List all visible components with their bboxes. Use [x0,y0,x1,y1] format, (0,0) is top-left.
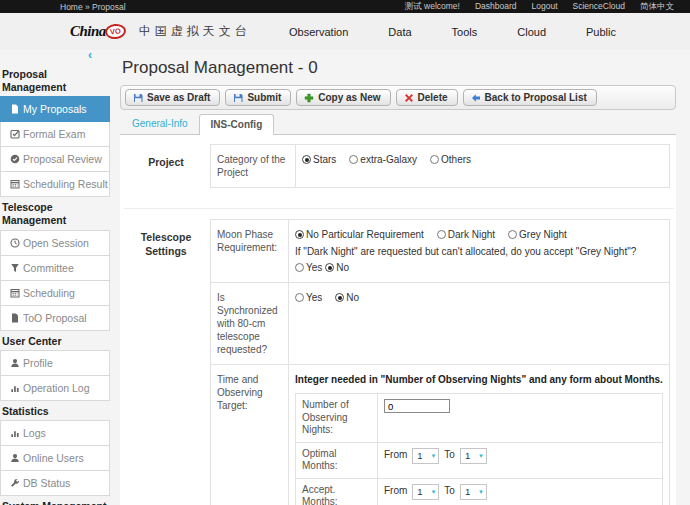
optimal-to-select[interactable]: 1▼ [460,448,487,464]
nav-public[interactable]: Public [586,26,616,38]
dashboard-link[interactable]: Dashboard [475,1,517,13]
sidebar-item-scheduling[interactable]: Scheduling [0,280,110,306]
funnel-icon [10,263,20,273]
user-icon [10,358,20,368]
time-target-instruction: Integer needed in "Number of Observing N… [295,373,663,386]
sidebar-section-telescope-management: Telescope Management [0,197,80,230]
optimal-months-label: Optimal Months: [296,442,378,478]
radio-stars[interactable]: Stars [302,153,336,166]
chevron-down-icon: ▼ [478,489,484,495]
sidebar-item-open-session[interactable]: Open Session [0,230,110,256]
radio-grey-accept-no[interactable]: No [325,261,349,274]
sidebar-section-user-center: User Center [0,331,118,351]
project-section-label: Project [122,144,210,188]
save-icon [133,93,143,103]
welcome-user: 测试 welcome! [405,1,460,13]
main-nav: Observation Data Tools Cloud Public [289,26,616,38]
nights-input[interactable] [384,399,450,413]
optimal-months-controls: From 1▼ To 1▼ [384,448,656,464]
chevron-down-icon: ▼ [430,453,436,459]
plus-icon [304,93,314,103]
sidebar-item-db-status[interactable]: DB Status [0,470,110,496]
radio-circle-icon [508,230,517,239]
radio-grey-accept-yes[interactable]: Yes [295,261,322,274]
page-title: Proposal Management - 0 [122,58,676,78]
breadcrumb[interactable]: Home » Proposal [60,2,126,12]
category-radio-group: Stars extra-Galaxy Others [302,153,663,166]
user-icon [10,453,20,463]
sidebar-section-proposal-management: Proposal Management [0,64,118,97]
nights-row: Number of Observing Nights: [296,394,663,443]
sidebar-item-proposal-review[interactable]: Proposal Review [0,146,110,172]
accept-months-row: Accept. Months: From 1▼ To 1▼ [296,478,663,505]
radio-circle-icon [295,263,304,272]
sidebar-item-online-users[interactable]: Online Users [0,445,110,471]
clock-icon [10,238,20,248]
category-label: Category of the Project [211,145,296,188]
tab-ins-config[interactable]: INS-Config [199,114,275,135]
optimal-from-select[interactable]: 1▼ [412,448,439,464]
sidebar-item-too-proposal[interactable]: ToO Proposal [0,305,110,331]
accept-to-select[interactable]: 1▼ [460,484,487,500]
moon-phase-radio-group: No Particular Requirement Dark Night Gre… [295,228,663,241]
nav-tools[interactable]: Tools [452,26,478,38]
radio-grey-night[interactable]: Grey Night [508,228,567,241]
save-icon [233,93,243,103]
nights-label: Number of Observing Nights: [296,394,378,443]
copy-as-new-button[interactable]: Copy as New [296,89,390,106]
telescope-settings-section: Telescope Settings Moon Phase Requiremen… [122,219,676,505]
save-as-draft-button[interactable]: Save as Draft [125,89,220,106]
tab-general-info[interactable]: General-Info [121,114,199,134]
chinavo-logo[interactable]: ChinaVO 中国虚拟天文台 [70,23,251,40]
check-square-icon [10,129,20,139]
sidebar-item-committee[interactable]: Committee [0,255,110,281]
delete-icon [404,93,414,103]
grey-night-question: If "Dark Night" are requested but can't … [295,245,663,274]
radio-no-particular-requirement[interactable]: No Particular Requirement [295,228,424,241]
telescope-settings-label: Telescope Settings [122,219,210,505]
moon-phase-row: Moon Phase Requirement: No Particular Re… [211,220,670,283]
language-link[interactable]: 简体中文 [640,1,674,13]
accept-from-select[interactable]: 1▼ [412,484,439,500]
site-header: ChinaVO 中国虚拟天文台 Observation Data Tools C… [0,13,690,50]
sidebar-item-my-proposals[interactable]: My Proposals [0,96,110,122]
project-section: Project Category of the Project Stars ex… [122,144,676,188]
sidebar-item-scheduling-result[interactable]: Scheduling Result [0,171,110,197]
sidebar: ‹ Proposal Management My Proposals Forma… [0,50,118,505]
calendar-icon [10,288,20,298]
ins-config-panel: Project Category of the Project Stars ex… [120,135,676,505]
moon-phase-label: Moon Phase Requirement: [211,220,289,283]
radio-circle-icon [437,230,446,239]
sidebar-collapse-icon[interactable]: ‹ [0,50,118,64]
sciencecloud-link[interactable]: ScienceCloud [573,1,625,13]
back-arrow-icon [471,93,481,103]
sync-80cm-label: Is Synchronized with 80-cm telescope req… [211,283,289,365]
sidebar-item-formal-exam[interactable]: Formal Exam [0,121,110,147]
radio-others[interactable]: Others [430,153,471,166]
logo-text-en: China [70,23,106,40]
tab-bar: General-Info INS-Config [120,114,676,135]
radio-circle-icon [295,293,304,302]
time-target-label: Time and Observing Target: [211,365,289,505]
radio-dark-night[interactable]: Dark Night [437,228,495,241]
top-utility-bar: Home » Proposal 测试 welcome! Dashboard Lo… [0,0,690,13]
radio-sync-no[interactable]: No [335,291,359,304]
logo-text-cn: 中国虚拟天文台 [139,23,251,40]
nav-cloud[interactable]: Cloud [517,26,546,38]
back-to-proposal-list-button[interactable]: Back to Proposal List [463,89,597,106]
radio-circle-icon [349,155,358,164]
sidebar-item-operation-log[interactable]: Operation Log [0,375,110,401]
logout-link[interactable]: Logout [532,1,558,13]
nav-observation[interactable]: Observation [289,26,348,38]
radio-sync-yes[interactable]: Yes [295,291,322,304]
nav-data[interactable]: Data [388,26,411,38]
radio-extra-galaxy[interactable]: extra-Galaxy [349,153,417,166]
top-links: 测试 welcome! Dashboard Logout ScienceClou… [405,1,674,13]
delete-button[interactable]: Delete [396,89,458,106]
time-target-row: Time and Observing Target: Integer neede… [211,365,670,505]
radio-circle-icon [325,263,334,272]
sidebar-item-logs[interactable]: Logs [0,420,110,446]
chevron-down-icon: ▼ [478,453,484,459]
sidebar-item-profile[interactable]: Profile [0,350,110,376]
submit-button[interactable]: Submit [225,89,291,106]
